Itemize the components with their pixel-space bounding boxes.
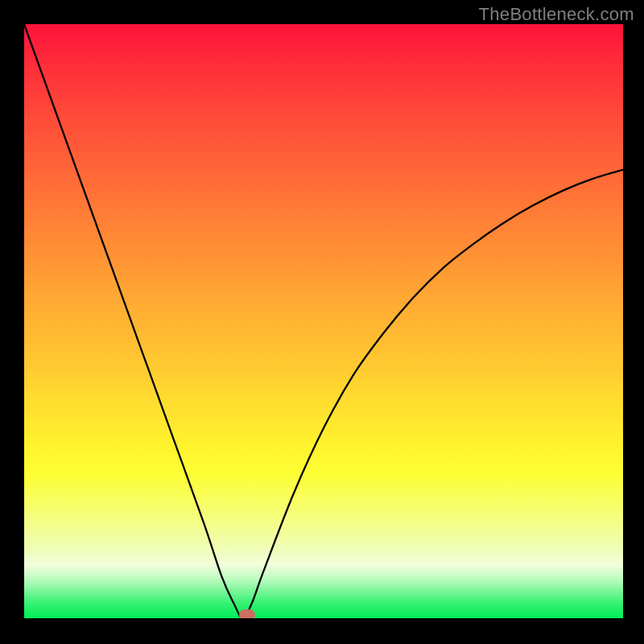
optimum-marker — [239, 609, 255, 618]
curve-svg — [24, 24, 623, 618]
watermark-label: TheBottleneck.com — [479, 4, 634, 25]
bottleneck-curve — [24, 24, 623, 618]
plot-area — [24, 24, 623, 618]
